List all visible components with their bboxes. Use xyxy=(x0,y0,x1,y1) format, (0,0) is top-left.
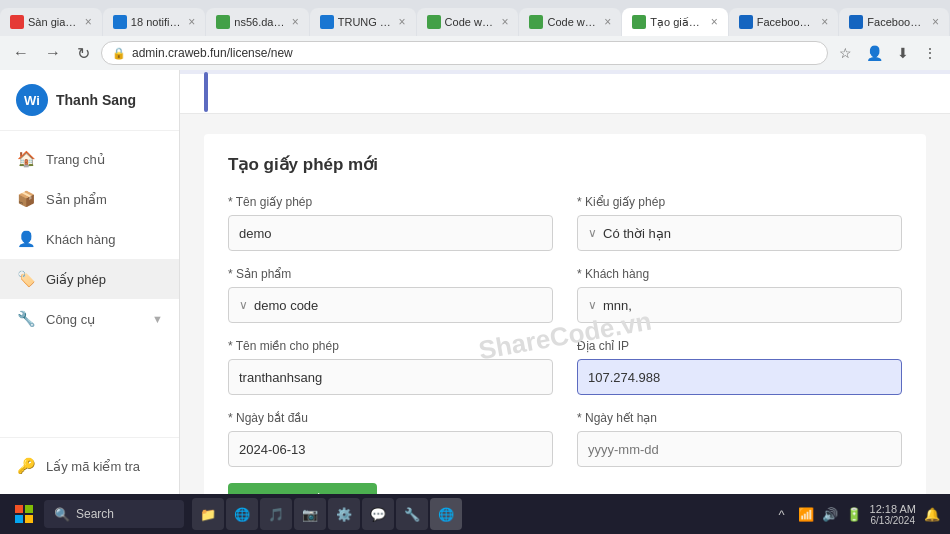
tab-close-5[interactable]: × xyxy=(501,15,508,29)
bookmark-button[interactable]: ☆ xyxy=(834,43,857,63)
content-area: Tạo giấy phép mới ShareCode.vn * Tên giấ… xyxy=(180,114,950,534)
download-button[interactable]: ⬇ xyxy=(892,43,914,63)
form-group-ten-giay-phep: * Tên giấy phép xyxy=(228,195,553,251)
tab-label-6: Code we... xyxy=(547,16,598,28)
tab-close-9[interactable]: × xyxy=(932,15,939,29)
sidebar-item-lay-ma[interactable]: 🔑 Lấy mã kiểm tra xyxy=(0,446,179,486)
tab-1[interactable]: Sàn giao... × xyxy=(0,8,102,36)
tab-close-4[interactable]: × xyxy=(399,15,406,29)
select-kieu-giay-phep[interactable]: ∨ Có thời hạn xyxy=(577,215,902,251)
select-khach-hang[interactable]: ∨ mnn, xyxy=(577,287,902,323)
tab-4[interactable]: TRUNG T... × xyxy=(310,8,416,36)
sidebar-item-trang-chu[interactable]: 🏠 Trang chủ xyxy=(0,139,179,179)
label-dia-chi-ip: Địa chỉ IP xyxy=(577,339,902,353)
forward-button[interactable]: → xyxy=(40,42,66,64)
form-row-2: * Sản phẩm ∨ demo code * Khách hàng ∨ mn… xyxy=(228,267,902,323)
select-khach-hang-value: mnn, xyxy=(603,298,632,313)
tab-close-2[interactable]: × xyxy=(188,15,195,29)
tab-2[interactable]: 18 notific... × xyxy=(103,8,205,36)
tab-close-8[interactable]: × xyxy=(821,15,828,29)
sidebar-item-giay-phep[interactable]: 🏷️ Giấy phép xyxy=(0,259,179,299)
taskbar-app-1[interactable]: 📁 xyxy=(192,498,224,530)
label-ngay-bat-dau: * Ngày bắt đầu xyxy=(228,411,553,425)
tab-8[interactable]: Facebook ... × xyxy=(729,8,839,36)
tab-9[interactable]: Facebook ... × xyxy=(839,8,949,36)
tab-close-6[interactable]: × xyxy=(604,15,611,29)
tab-favicon-4 xyxy=(320,15,334,29)
tab-favicon-2 xyxy=(113,15,127,29)
label-ten-mien: * Tên miền cho phép xyxy=(228,339,553,353)
page-title: Tạo giấy phép mới xyxy=(228,154,902,175)
taskbar-app-3[interactable]: 🎵 xyxy=(260,498,292,530)
tab-6[interactable]: Code we... × xyxy=(519,8,621,36)
tab-close-1[interactable]: × xyxy=(85,15,92,29)
product-icon: 📦 xyxy=(16,189,36,209)
tab-favicon-6 xyxy=(529,15,543,29)
input-dia-chi-ip[interactable] xyxy=(577,359,902,395)
tray-arrow-icon[interactable]: ^ xyxy=(772,504,792,524)
wifi-icon[interactable]: 📶 xyxy=(796,504,816,524)
menu-button[interactable]: ⋮ xyxy=(918,43,942,63)
taskbar-app-2[interactable]: 🌐 xyxy=(226,498,258,530)
taskbar-app-6[interactable]: 💬 xyxy=(362,498,394,530)
svg-rect-3 xyxy=(25,515,33,523)
back-button[interactable]: ← xyxy=(8,42,34,64)
form-group-ten-mien: * Tên miền cho phép xyxy=(228,339,553,395)
address-bar[interactable]: 🔒 admin.craweb.fun/license/new xyxy=(101,41,828,65)
chevron-down-icon: ∨ xyxy=(239,298,248,312)
sidebar-item-khach-hang[interactable]: 👤 Khách hàng xyxy=(0,219,179,259)
tab-label-9: Facebook ... xyxy=(867,16,926,28)
taskbar: 🔍 Search 📁 🌐 🎵 📷 ⚙️ 💬 🔧 🌐 ^ 📶 🔊 🔋 12:18 … xyxy=(0,494,950,534)
tab-label-5: Code we... xyxy=(445,16,496,28)
taskbar-app-5[interactable]: ⚙️ xyxy=(328,498,360,530)
taskbar-search[interactable]: 🔍 Search xyxy=(44,500,184,528)
reload-button[interactable]: ↻ xyxy=(72,42,95,65)
windows-start-button[interactable] xyxy=(8,498,40,530)
input-ngay-het-han[interactable] xyxy=(577,431,902,467)
chevron-down-icon: ▼ xyxy=(152,313,163,325)
tab-5[interactable]: Code we... × xyxy=(417,8,519,36)
tab-favicon-8 xyxy=(739,15,753,29)
taskbar-app-8[interactable]: 🌐 xyxy=(430,498,462,530)
taskbar-app-7[interactable]: 🔧 xyxy=(396,498,428,530)
tab-favicon-1 xyxy=(10,15,24,29)
notification-icon[interactable]: 🔔 xyxy=(922,504,942,524)
sidebar-nav: 🏠 Trang chủ 📦 Sản phẩm 👤 Khách hàng 🏷️ G… xyxy=(0,131,179,437)
battery-icon[interactable]: 🔋 xyxy=(844,504,864,524)
tab-favicon-7 xyxy=(632,15,646,29)
sidebar-item-san-pham[interactable]: 📦 Sản phẩm xyxy=(0,179,179,219)
profile-button[interactable]: 👤 xyxy=(861,43,888,63)
tab-close-7[interactable]: × xyxy=(711,15,718,29)
tab-label-3: ns56.dail... xyxy=(234,16,285,28)
search-icon: 🔍 xyxy=(54,507,70,522)
address-text: admin.craweb.fun/license/new xyxy=(132,46,293,60)
tab-favicon-3 xyxy=(216,15,230,29)
tab-close-3[interactable]: × xyxy=(292,15,299,29)
tab-3[interactable]: ns56.dail... × xyxy=(206,8,308,36)
sidebar-item-label: Lấy mã kiểm tra xyxy=(46,459,163,474)
input-ngay-bat-dau[interactable] xyxy=(228,431,553,467)
input-ten-giay-phep[interactable] xyxy=(228,215,553,251)
sidebar-header: Wi Thanh Sang xyxy=(0,70,179,131)
taskbar-app-4[interactable]: 📷 xyxy=(294,498,326,530)
label-khach-hang: * Khách hàng xyxy=(577,267,902,281)
key-icon: 🔑 xyxy=(16,456,36,476)
label-san-pham: * Sản phẩm xyxy=(228,267,553,281)
form-section: Tạo giấy phép mới ShareCode.vn * Tên giấ… xyxy=(204,134,926,534)
form-row-3: * Tên miền cho phép Địa chỉ IP xyxy=(228,339,902,395)
volume-icon[interactable]: 🔊 xyxy=(820,504,840,524)
taskbar-tray: ^ 📶 🔊 🔋 12:18 AM 6/13/2024 🔔 xyxy=(772,503,942,526)
form-row-4: * Ngày bắt đầu * Ngày hết hạn xyxy=(228,411,902,467)
lock-icon: 🔒 xyxy=(112,47,126,60)
chevron-down-icon: ∨ xyxy=(588,298,597,312)
select-san-pham[interactable]: ∨ demo code xyxy=(228,287,553,323)
license-icon: 🏷️ xyxy=(16,269,36,289)
form-group-kieu-giay-phep: * Kiểu giấy phép ∨ Có thời hạn xyxy=(577,195,902,251)
input-ten-mien[interactable] xyxy=(228,359,553,395)
customer-icon: 👤 xyxy=(16,229,36,249)
form-group-dia-chi-ip: Địa chỉ IP xyxy=(577,339,902,395)
sidebar-item-cong-cu[interactable]: 🔧 Công cụ ▼ xyxy=(0,299,179,339)
tray-icons: ^ 📶 🔊 🔋 xyxy=(772,504,864,524)
select-kieu-giay-phep-value: Có thời hạn xyxy=(603,226,671,241)
tab-7[interactable]: Tạo giấy ... × xyxy=(622,8,727,36)
